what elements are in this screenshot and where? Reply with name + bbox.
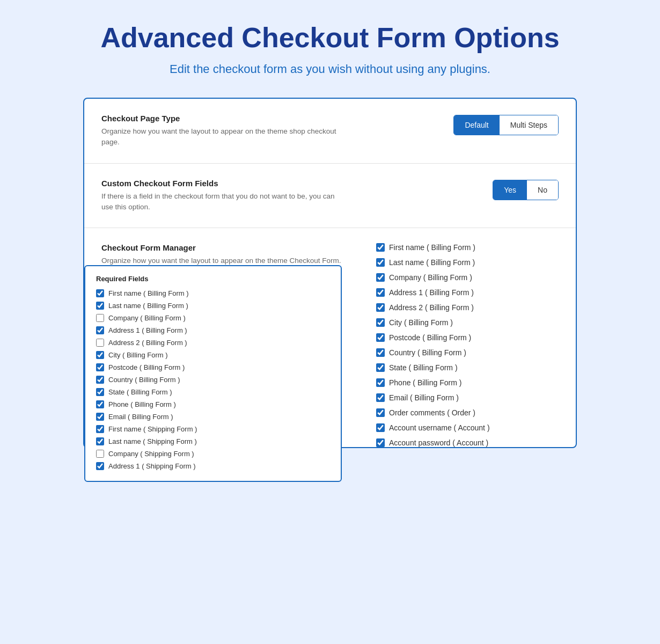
form-manager-item-label-0: First name ( Billing Form ) bbox=[389, 243, 475, 252]
form-manager-checkbox-11[interactable] bbox=[376, 408, 385, 417]
form-manager-item-11: Order comments ( Order ) bbox=[376, 408, 559, 417]
required-field-item-3: Address 1 ( Billing Form ) bbox=[96, 326, 330, 334]
form-manager-item-8: State ( Billing Form ) bbox=[376, 363, 559, 372]
form-manager-checkbox-3[interactable] bbox=[376, 288, 385, 297]
required-field-item-11: First name ( Shipping Form ) bbox=[96, 425, 330, 433]
custom-fields-buttons: Yes No bbox=[493, 180, 559, 200]
required-field-label-14: Address 1 ( Shipping Form ) bbox=[108, 462, 196, 470]
form-manager-item-4: Address 2 ( Billing Form ) bbox=[376, 303, 559, 312]
required-field-item-5: City ( Billing Form ) bbox=[96, 351, 330, 359]
form-manager-checkbox-1[interactable] bbox=[376, 258, 385, 267]
form-manager-checkbox-9[interactable] bbox=[376, 378, 385, 387]
required-field-label-9: Phone ( Billing Form ) bbox=[108, 400, 176, 408]
required-field-label-3: Address 1 ( Billing Form ) bbox=[108, 326, 187, 334]
required-field-label-0: First name ( Billing Form ) bbox=[108, 289, 189, 297]
form-manager-item-label-2: Company ( Billing Form ) bbox=[389, 273, 472, 282]
form-manager-checkbox-4[interactable] bbox=[376, 303, 385, 312]
required-field-item-10: Email ( Billing Form ) bbox=[96, 413, 330, 421]
required-field-item-13: Company ( Shipping Form ) bbox=[96, 450, 330, 458]
required-field-label-6: Postcode ( Billing Form ) bbox=[108, 363, 185, 371]
form-manager-checkbox-2[interactable] bbox=[376, 273, 385, 282]
form-manager-checkbox-6[interactable] bbox=[376, 333, 385, 342]
form-manager-checkbox-12[interactable] bbox=[376, 423, 385, 432]
required-field-checkbox-12[interactable] bbox=[96, 437, 104, 445]
form-manager-item-13: Account password ( Account ) bbox=[376, 438, 559, 447]
required-field-checkbox-14[interactable] bbox=[96, 462, 104, 470]
form-manager-item-label-1: Last name ( Billing Form ) bbox=[389, 258, 475, 267]
required-field-label-10: Email ( Billing Form ) bbox=[108, 413, 173, 421]
required-field-checkbox-6[interactable] bbox=[96, 363, 104, 371]
form-manager-checklist: First name ( Billing Form )Last name ( B… bbox=[376, 243, 559, 447]
form-manager-item-2: Company ( Billing Form ) bbox=[376, 273, 559, 282]
required-field-label-8: State ( Billing Form ) bbox=[108, 388, 172, 396]
required-field-item-7: Country ( Billing Form ) bbox=[96, 376, 330, 384]
required-field-item-9: Phone ( Billing Form ) bbox=[96, 400, 330, 408]
form-manager-checkbox-10[interactable] bbox=[376, 393, 385, 402]
checkout-page-type-section: Checkout Page Type Organize how you want… bbox=[84, 99, 576, 164]
required-field-item-12: Last name ( Shipping Form ) bbox=[96, 437, 330, 445]
form-manager-checkbox-0[interactable] bbox=[376, 243, 385, 252]
required-field-checkbox-11[interactable] bbox=[96, 425, 104, 433]
required-field-checkbox-8[interactable] bbox=[96, 388, 104, 396]
required-fields-card: Required Fields First name ( Billing For… bbox=[84, 265, 342, 482]
checkout-page-type-buttons: Default Multi Steps bbox=[453, 115, 559, 135]
required-field-label-4: Address 2 ( Billing Form ) bbox=[108, 339, 187, 347]
required-field-item-4: Address 2 ( Billing Form ) bbox=[96, 339, 330, 347]
form-manager-item-label-6: Postcode ( Billing Form ) bbox=[389, 333, 471, 342]
checkout-page-type-desc: Organize how you want the layout to appe… bbox=[101, 126, 348, 148]
form-manager-item-12: Account username ( Account ) bbox=[376, 423, 559, 432]
required-field-label-1: Last name ( Billing Form ) bbox=[108, 302, 188, 310]
form-manager-item-label-3: Address 1 ( Billing Form ) bbox=[389, 288, 474, 297]
form-manager-checkbox-8[interactable] bbox=[376, 363, 385, 372]
form-manager-item-5: City ( Billing Form ) bbox=[376, 318, 559, 327]
form-manager-item-label-5: City ( Billing Form ) bbox=[389, 318, 453, 327]
main-card: Checkout Page Type Organize how you want… bbox=[83, 98, 577, 448]
required-field-checkbox-7[interactable] bbox=[96, 376, 104, 384]
required-field-item-0: First name ( Billing Form ) bbox=[96, 289, 330, 297]
required-field-item-2: Company ( Billing Form ) bbox=[96, 314, 330, 322]
custom-fields-desc: If there is a field in the checkout form… bbox=[101, 191, 348, 213]
required-field-checkbox-10[interactable] bbox=[96, 413, 104, 421]
required-field-checkbox-13[interactable] bbox=[96, 450, 104, 458]
required-field-checkbox-1[interactable] bbox=[96, 302, 104, 310]
page-title: Advanced Checkout Form Options bbox=[11, 21, 649, 54]
default-button[interactable]: Default bbox=[454, 115, 499, 135]
yes-button[interactable]: Yes bbox=[493, 180, 527, 200]
page-header: Advanced Checkout Form Options Edit the … bbox=[11, 21, 649, 76]
form-manager-item-0: First name ( Billing Form ) bbox=[376, 243, 559, 252]
required-field-label-13: Company ( Shipping Form ) bbox=[108, 450, 194, 458]
form-manager-item-label-9: Phone ( Billing Form ) bbox=[389, 378, 461, 387]
form-manager-label: Checkout Form Manager bbox=[101, 243, 341, 252]
form-manager-checkbox-5[interactable] bbox=[376, 318, 385, 327]
required-field-label-5: City ( Billing Form ) bbox=[108, 351, 168, 359]
form-manager-checkbox-7[interactable] bbox=[376, 348, 385, 357]
required-field-checkbox-4[interactable] bbox=[96, 339, 104, 347]
custom-fields-section: Custom Checkout Form Fields If there is … bbox=[84, 164, 576, 229]
required-field-item-1: Last name ( Billing Form ) bbox=[96, 302, 330, 310]
form-manager-item-1: Last name ( Billing Form ) bbox=[376, 258, 559, 267]
form-manager-item-3: Address 1 ( Billing Form ) bbox=[376, 288, 559, 297]
form-manager-item-10: Email ( Billing Form ) bbox=[376, 393, 559, 402]
form-manager-item-label-4: Address 2 ( Billing Form ) bbox=[389, 303, 474, 312]
checkout-page-type-label: Checkout Page Type bbox=[101, 114, 348, 123]
required-field-item-8: State ( Billing Form ) bbox=[96, 388, 330, 396]
custom-fields-label: Custom Checkout Form Fields bbox=[101, 179, 348, 188]
required-field-label-12: Last name ( Shipping Form ) bbox=[108, 437, 197, 445]
required-field-checkbox-5[interactable] bbox=[96, 351, 104, 359]
required-field-item-14: Address 1 ( Shipping Form ) bbox=[96, 462, 330, 470]
required-field-item-6: Postcode ( Billing Form ) bbox=[96, 363, 330, 371]
no-button[interactable]: No bbox=[527, 180, 558, 200]
required-field-checkbox-3[interactable] bbox=[96, 326, 104, 334]
form-manager-item-label-8: State ( Billing Form ) bbox=[389, 363, 458, 372]
required-fields-title: Required Fields bbox=[96, 275, 330, 283]
required-field-label-7: Country ( Billing Form ) bbox=[108, 376, 180, 384]
form-manager-item-label-10: Email ( Billing Form ) bbox=[389, 393, 459, 402]
form-manager-checkbox-13[interactable] bbox=[376, 438, 385, 447]
form-manager-item-9: Phone ( Billing Form ) bbox=[376, 378, 559, 387]
required-field-checkbox-9[interactable] bbox=[96, 400, 104, 408]
required-field-checkbox-2[interactable] bbox=[96, 314, 104, 322]
form-manager-item-label-11: Order comments ( Order ) bbox=[389, 408, 475, 417]
multi-steps-button[interactable]: Multi Steps bbox=[500, 115, 558, 135]
required-field-checkbox-0[interactable] bbox=[96, 289, 104, 297]
form-manager-item-6: Postcode ( Billing Form ) bbox=[376, 333, 559, 342]
